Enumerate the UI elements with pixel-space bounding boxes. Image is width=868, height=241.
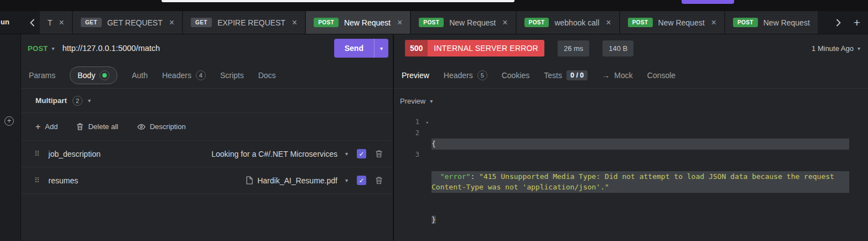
tab-label: New Request bbox=[658, 18, 705, 27]
tab-body[interactable]: Body bbox=[70, 66, 117, 84]
preview-mode-label: Preview bbox=[400, 97, 425, 105]
file-icon bbox=[246, 176, 253, 184]
drag-handle-icon[interactable]: ⠿ bbox=[34, 176, 40, 184]
response-body-editor[interactable]: 1 ▾ 2 3 { "error": "415 Unsupported Medi… bbox=[394, 113, 868, 241]
field-delete-button[interactable] bbox=[375, 150, 383, 158]
field-key-input[interactable]: resumes bbox=[49, 176, 79, 185]
drag-handle-icon[interactable]: ⠿ bbox=[34, 150, 40, 158]
tabs-scroll-right-button[interactable] bbox=[830, 11, 846, 34]
tab-scripts[interactable]: Scripts bbox=[220, 71, 244, 80]
trash-icon bbox=[76, 122, 84, 131]
field-enabled-checkbox[interactable]: ✓ bbox=[357, 149, 366, 158]
field-enabled-checkbox[interactable]: ✓ bbox=[357, 176, 366, 185]
tab-new-request-clipped[interactable]: POST New Request bbox=[725, 11, 819, 34]
tab-docs[interactable]: Docs bbox=[258, 71, 276, 80]
top-searchbar-fragment[interactable] bbox=[162, 0, 514, 2]
request-tab-bar: un T × GET GET REQUEST × GET EXPIRE REQU… bbox=[0, 11, 868, 34]
tab-new-request[interactable]: POST New Request × bbox=[411, 11, 516, 34]
json-preview-content: { "error": "415 Unsupported Media Type: … bbox=[432, 117, 849, 241]
close-icon[interactable]: × bbox=[397, 18, 402, 27]
left-rail: + bbox=[0, 34, 21, 240]
method-select[interactable]: POST ▾ bbox=[27, 44, 56, 53]
tab-new-request-active[interactable]: POST New Request × bbox=[306, 11, 411, 34]
add-field-label: Add bbox=[45, 122, 58, 131]
close-icon[interactable]: × bbox=[169, 18, 174, 27]
delete-all-button[interactable]: Delete all bbox=[76, 122, 118, 131]
description-toggle-button[interactable]: Description bbox=[137, 122, 186, 131]
close-icon[interactable]: × bbox=[502, 18, 507, 27]
response-age-dropdown[interactable]: 1 Minute Ago ▾ bbox=[812, 44, 860, 53]
tab-auth[interactable]: Auth bbox=[132, 71, 148, 80]
tab-expire-request[interactable]: GET EXPIRE REQUEST × bbox=[183, 11, 306, 34]
delete-all-label: Delete all bbox=[88, 122, 118, 131]
tab-new-request[interactable]: POST New Request × bbox=[620, 11, 725, 34]
method-badge-post: POST bbox=[419, 18, 444, 27]
sidebar-collapsed-label: un bbox=[1, 18, 10, 26]
tab-label: New Request bbox=[344, 18, 391, 27]
tab-headers[interactable]: Headers 4 bbox=[162, 70, 206, 80]
description-label: Description bbox=[150, 122, 186, 131]
field-type-caret-icon[interactable]: ▾ bbox=[345, 177, 348, 183]
body-type-label[interactable]: Multipart bbox=[35, 96, 67, 105]
tab-get-request[interactable]: GET GET REQUEST × bbox=[73, 11, 183, 34]
close-icon[interactable]: × bbox=[606, 18, 611, 27]
tab-tests[interactable]: Tests 0 / 0 bbox=[544, 70, 588, 80]
url-input[interactable]: http://127.0.0.1:5000/match bbox=[63, 44, 328, 53]
status-badge: 500 INTERNAL SERVER ERROR bbox=[405, 40, 544, 57]
tab-preview[interactable]: Preview bbox=[402, 71, 429, 80]
method-badge-post: POST bbox=[314, 18, 339, 27]
app-window: un T × GET GET REQUEST × GET EXPIRE REQU… bbox=[0, 0, 868, 241]
request-panel: POST ▾ http://127.0.0.1:5000/match Send … bbox=[21, 34, 393, 240]
response-headers-count-badge: 5 bbox=[477, 70, 487, 80]
line-number: 2 bbox=[415, 129, 419, 137]
tab-tests-label: Tests bbox=[544, 71, 562, 80]
field-type-caret-icon[interactable]: ▾ bbox=[345, 151, 348, 157]
tab-mock[interactable]: → Mock bbox=[602, 71, 632, 80]
line-number: 3 bbox=[415, 151, 419, 158]
eye-icon bbox=[137, 124, 145, 130]
chevron-down-icon[interactable]: ▾ bbox=[88, 98, 91, 104]
tab-cookies[interactable]: Cookies bbox=[502, 71, 530, 80]
field-file-value[interactable]: Hardik_AI_Resume.pdf bbox=[246, 176, 337, 185]
editor-gutter: 1 ▾ 2 3 bbox=[394, 117, 432, 241]
body-set-indicator bbox=[100, 70, 110, 80]
chevron-left-icon bbox=[30, 19, 35, 27]
field-value-input[interactable]: Looking for a C#/.NET Microservices bbox=[211, 150, 337, 158]
tab-headers-label: Headers bbox=[162, 71, 191, 80]
preview-mode-select[interactable]: Preview ▾ bbox=[394, 89, 868, 113]
field-key-input[interactable]: job_description bbox=[49, 150, 101, 158]
tab-console[interactable]: Console bbox=[647, 71, 675, 80]
gutter-line-3: 3 bbox=[394, 150, 432, 161]
add-field-button[interactable]: + Add bbox=[35, 122, 58, 131]
tabs-scroll-left-button[interactable] bbox=[24, 11, 40, 34]
new-tab-button[interactable]: + bbox=[846, 11, 868, 34]
field-delete-button[interactable] bbox=[375, 176, 383, 184]
fold-caret-icon[interactable]: ▾ bbox=[426, 117, 429, 129]
close-icon[interactable]: × bbox=[59, 18, 64, 27]
tab-params[interactable]: Params bbox=[29, 71, 55, 80]
close-icon[interactable]: × bbox=[711, 18, 716, 27]
send-options-caret-icon[interactable]: ▾ bbox=[374, 39, 388, 58]
close-icon[interactable]: × bbox=[292, 18, 297, 27]
tab-webhook-call[interactable]: POST webhook call × bbox=[517, 11, 620, 34]
response-size-badge: 140 B bbox=[602, 40, 633, 57]
method-label: POST bbox=[28, 44, 48, 53]
green-dot-icon bbox=[102, 73, 107, 78]
tab-response-headers[interactable]: Headers 5 bbox=[444, 70, 487, 80]
request-section-tabs: Params Body Auth Headers 4 Scripts Docs bbox=[21, 62, 393, 89]
top-accent-button-fragment[interactable] bbox=[682, 0, 734, 4]
file-name: Hardik_AI_Resume.pdf bbox=[257, 176, 337, 185]
brace: } bbox=[432, 216, 436, 224]
tab-t[interactable]: T × bbox=[40, 11, 73, 34]
arrow-right-icon: → bbox=[602, 71, 610, 80]
plus-icon: + bbox=[35, 122, 40, 131]
code-line: } bbox=[432, 214, 849, 225]
tab-label: New Request bbox=[449, 18, 496, 27]
tests-count-badge: 0 / 0 bbox=[566, 70, 588, 80]
status-code: 500 bbox=[405, 40, 428, 57]
form-field-row: ⠿ job_description Looking for a C#/.NET … bbox=[21, 141, 393, 167]
send-button[interactable]: Send ▾ bbox=[334, 39, 388, 58]
method-badge-get: GET bbox=[191, 18, 212, 27]
chevron-down-icon: ▾ bbox=[857, 45, 860, 52]
rail-add-icon[interactable]: + bbox=[4, 116, 14, 126]
